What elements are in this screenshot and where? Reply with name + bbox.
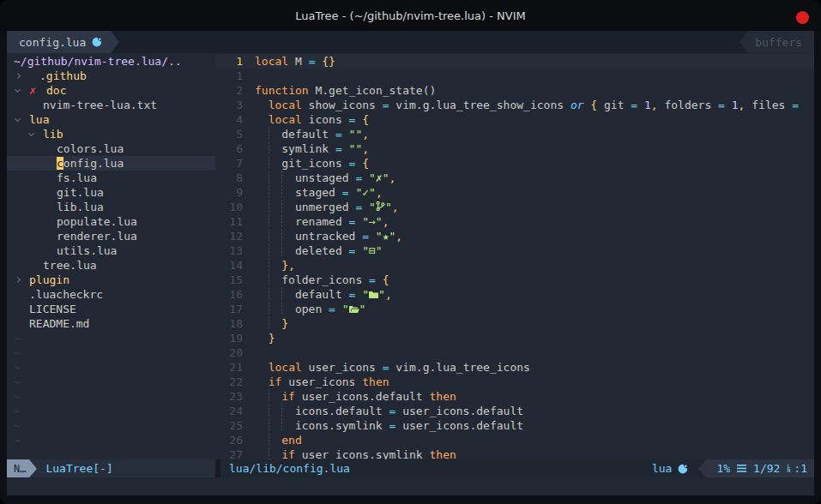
code-line[interactable]: 19 } [215,331,814,345]
code-line-text: } [246,331,275,345]
indent-guide [281,302,288,315]
chevron-right-icon[interactable] [14,74,29,78]
tree-item-label: renderer.lua [57,229,137,243]
code-line[interactable]: 6 symlink = "", [215,141,814,156]
tab-config-lua[interactable]: config.lua [7,31,111,53]
line-number: 26 [215,433,246,447]
indent-guide [281,214,288,227]
tree-item-.github[interactable]: .github [7,69,215,83]
tree-item-colors.lua[interactable]: colors.lua [7,141,215,156]
indent-guide [281,287,288,300]
code-line[interactable]: 2function M.get_icon_state() [215,83,814,98]
code-line-text: }, [246,258,295,273]
code-line[interactable]: 17 open = "" [215,302,814,316]
tree-item-label: nvim-tree-lua.txt [43,98,157,112]
main-area: ~/github/nvim-tree.lua/.. .github✗docnvi… [7,53,814,459]
tree-item-git.lua[interactable]: git.lua [7,185,215,200]
tree-item-nvim-tree-lua.txt[interactable]: nvim-tree-lua.txt [7,98,215,112]
line-number: 4 [215,112,246,127]
code-line-text: } [246,316,288,331]
code-line[interactable]: 5 default = "", [215,127,814,141]
code-line[interactable]: 1 [215,69,814,83]
code-line[interactable]: 25 icons.symlink = user_icons.default [215,418,814,433]
line-number: 14 [215,258,246,273]
empty-line-marker: ~ [7,345,215,360]
line-number: 24 [215,404,246,418]
chevron-down-icon[interactable] [14,89,29,92]
tree-item-plugin[interactable]: plugin [7,273,215,287]
code-line[interactable]: 14 }, [215,258,814,273]
terminal-content: config.lua buffers ~/github/nvim-tree.lu… [7,31,814,495]
close-button-icon[interactable] [796,11,809,24]
statusline-filetype: lua [652,462,698,475]
tree-item-fs.lua[interactable]: fs.lua [7,171,215,185]
code-line-text: staged = "✓", [246,185,383,200]
chevron-right-icon[interactable] [14,278,29,282]
file-tree-pane[interactable]: ~/github/nvim-tree.lua/.. .github✗docnvi… [7,53,215,459]
code-line-text: open = "" [246,302,365,316]
chevron-down-icon[interactable] [14,118,29,121]
tree-item-label: LICENSE [29,302,76,316]
tree-item-lua[interactable]: lua [7,112,215,127]
code-line[interactable]: 22 if user_icons then [215,375,814,389]
code-line[interactable]: 23 if user_icons.default then [215,389,814,404]
code-line-text: folder_icons = { [246,273,389,287]
indent-guide [281,229,288,242]
tree-item-populate.lua[interactable]: populate.lua [7,214,215,229]
folder-icon [369,287,378,302]
line-number: 21 [215,360,246,375]
code-line[interactable]: 10 unmerged = "", [215,200,814,214]
statusline-right: 1% 1/92 LN :1 [706,459,814,477]
line-number: 25 [215,418,246,433]
code-line[interactable]: 7 git_icons = { [215,156,814,171]
statusline-file-path: lua/lib/config.lua [220,462,652,475]
code-line[interactable]: 16 default = "", [215,287,814,302]
code-line[interactable]: 4 local icons = { [215,112,814,127]
command-line[interactable] [7,477,814,495]
code-line-text: local show_icons = vim.g.lua_tree_show_i… [246,98,806,112]
chevron-down-icon[interactable] [27,133,43,135]
code-line-text: deleted = "⊟" [246,243,383,258]
line-number: 1 [215,54,246,69]
empty-line-marker: ~ [7,375,215,389]
code-line[interactable]: 26 end [215,433,814,447]
tree-item-config.lua[interactable]: config.lua [7,156,215,171]
line-number: 18 [215,316,246,331]
tree-item-.luacheckrc[interactable]: .luacheckrc [7,287,215,302]
tree-item-LICENSE[interactable]: LICENSE [7,302,215,316]
tree-item-utils.lua[interactable]: utils.lua [7,243,215,258]
code-line[interactable]: 9 staged = "✓", [215,185,814,200]
code-editor-pane[interactable]: 1local M = {}12function M.get_icon_state… [215,53,814,459]
cursor-block: c [57,157,63,170]
code-line[interactable]: 24 icons.default = user_icons.default [215,404,814,418]
code-line[interactable]: 15 folder_icons = { [215,273,814,287]
code-line[interactable]: 13 deleted = "⊟" [215,243,814,258]
tree-item-label: utils.lua [57,243,117,258]
code-line[interactable]: 8 unstaged = "✗", [215,171,814,185]
code-line[interactable]: 11 renamed = "→", [215,214,814,229]
code-line[interactable]: 27 if user_icons.symlink then [215,447,814,459]
tree-root-path[interactable]: ~/github/nvim-tree.lua/.. [7,54,215,69]
mode-arrow-separator [29,459,37,477]
statusline-right-separator [698,459,706,477]
tree-item-lib[interactable]: lib [7,127,215,141]
code-line[interactable]: 20 [215,345,814,360]
indent-guide [281,418,288,431]
code-line[interactable]: 1local M = {} [215,54,814,69]
code-line[interactable]: 18 } [215,316,814,331]
code-line[interactable]: 3 local show_icons = vim.g.lua_tree_show… [215,98,814,112]
tabline: config.lua buffers [7,31,814,53]
tabline-spacer [119,31,740,53]
tree-item-lib.lua[interactable]: lib.lua [7,200,215,214]
git-branch-icon [376,200,385,214]
tree-item-renderer.lua[interactable]: renderer.lua [7,229,215,243]
tree-item-README.md[interactable]: README.md [7,316,215,331]
tree-item-tree.lua[interactable]: tree.lua [7,258,215,273]
code-line[interactable]: 12 untracked = "★", [215,229,814,243]
code-line-text: local user_icons = vim.g.lua_tree_icons [246,360,530,375]
tree-item-doc[interactable]: ✗doc [7,83,215,98]
code-line-text: icons.symlink = user_icons.default [246,418,523,433]
code-line-text: icons.default = user_icons.default [246,404,523,418]
tree-item-label: lua [29,112,49,127]
code-line[interactable]: 21 local user_icons = vim.g.lua_tree_ico… [215,360,814,375]
